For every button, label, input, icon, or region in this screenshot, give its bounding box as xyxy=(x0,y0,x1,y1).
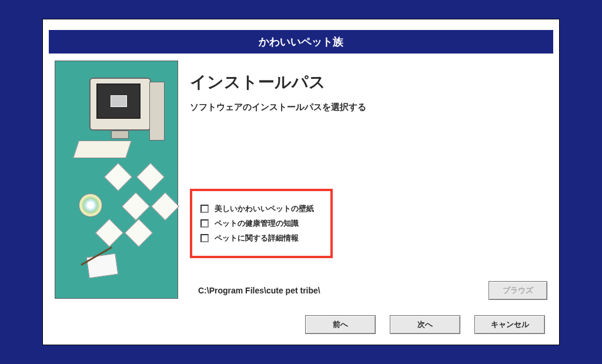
monitor-icon xyxy=(89,78,151,131)
floppy-icon xyxy=(136,163,165,191)
cancel-button[interactable]: キャンセル xyxy=(474,315,545,334)
floppy-icon xyxy=(95,219,123,247)
floppy-icon xyxy=(122,192,150,221)
option-label: ペットに関する詳細情報 xyxy=(215,233,299,243)
option-label: 美しいかわいいペットの壁紙 xyxy=(215,203,314,214)
option-row: ペットに関する詳細情報 xyxy=(200,233,314,243)
page-heading: インストールパス xyxy=(190,71,547,93)
browse-button[interactable]: ブラウズ xyxy=(489,281,547,300)
content-area: インストールパス ソフトウェアのインストールパスを選択する 美しいかわいいペット… xyxy=(49,61,553,305)
floppy-icon xyxy=(151,192,179,221)
install-path-row: C:\Program Files\cute pet tribe\ ブラウズ xyxy=(190,281,547,300)
option-label: ペットの健康管理の知識 xyxy=(215,218,299,229)
page-subheading: ソフトウェアのインストールパスを選択する xyxy=(190,102,547,113)
checkbox-details[interactable] xyxy=(200,234,209,242)
installer-illustration xyxy=(55,61,178,299)
computer-tower-icon xyxy=(149,82,165,141)
title-bar: かわいいペット族 xyxy=(49,30,553,54)
install-path-text: C:\Program Files\cute pet tribe\ xyxy=(190,286,320,295)
checkbox-health[interactable] xyxy=(200,219,209,228)
cd-icon xyxy=(79,193,102,217)
floppy-icon xyxy=(125,219,153,247)
floppy-icon xyxy=(104,163,132,191)
options-highlight-box: 美しいかわいいペットの壁紙 ペットの健康管理の知識 ペットに関する詳細情報 xyxy=(190,189,333,258)
footer-buttons: 前へ 次へ キャンセル xyxy=(49,305,553,339)
notepad-icon xyxy=(86,253,119,279)
installer-dialog: かわいいペット族 インストールパス ソフトウェアのインストールパスを選択する xyxy=(42,19,560,345)
checkbox-wallpaper[interactable] xyxy=(200,205,209,213)
option-row: 美しいかわいいペットの壁紙 xyxy=(200,203,314,214)
next-button[interactable]: 次へ xyxy=(390,315,460,334)
keyboard-icon xyxy=(73,141,132,158)
back-button[interactable]: 前へ xyxy=(305,315,376,334)
option-row: ペットの健康管理の知識 xyxy=(200,218,314,229)
main-panel: インストールパス ソフトウェアのインストールパスを選択する 美しいかわいいペット… xyxy=(190,61,547,305)
